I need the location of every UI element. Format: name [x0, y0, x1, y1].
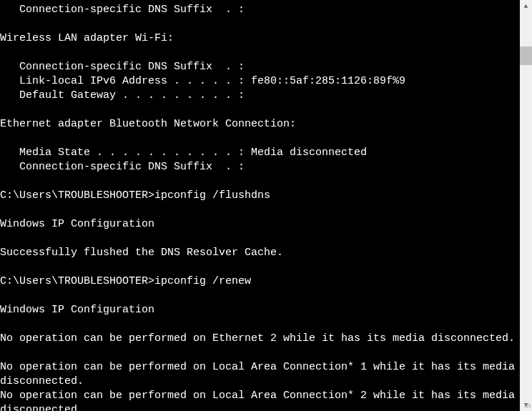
terminal-line	[0, 232, 518, 246]
terminal-line: Windows IP Configuration	[0, 217, 518, 232]
terminal-line	[0, 289, 518, 303]
terminal-line: No operation can be performed on Etherne…	[0, 332, 518, 346]
scrollbar-track[interactable]: ▲ ▼	[520, 0, 532, 411]
terminal-line: Default Gateway . . . . . . . . . :	[0, 89, 518, 103]
terminal-line: Connection-specific DNS Suffix . :	[0, 160, 518, 174]
terminal-line: Successfully flushed the DNS Resolver Ca…	[0, 246, 518, 260]
terminal-line	[0, 132, 518, 146]
terminal-line	[0, 46, 518, 60]
terminal-line: Ethernet adapter Bluetooth Network Conne…	[0, 117, 518, 132]
terminal-line	[0, 317, 518, 332]
terminal-line	[0, 103, 518, 117]
terminal-line: Windows IP Configuration	[0, 303, 518, 317]
corner-mark: m	[525, 402, 531, 410]
terminal-line: No operation can be performed on Local A…	[0, 360, 518, 389]
terminal-output[interactable]: Connection-specific DNS Suffix . : Wirel…	[0, 0, 518, 411]
scroll-thumb[interactable]	[520, 46, 532, 65]
terminal-line	[0, 260, 518, 274]
terminal-line	[0, 346, 518, 360]
terminal-line: Connection-specific DNS Suffix . :	[0, 3, 518, 17]
scroll-up-button[interactable]: ▲	[520, 0, 532, 12]
terminal-line: Link-local IPv6 Address . . . . . : fe80…	[0, 74, 518, 89]
terminal-line	[0, 174, 518, 189]
terminal-line	[0, 203, 518, 217]
terminal-line	[0, 17, 518, 31]
terminal-line: Connection-specific DNS Suffix . :	[0, 60, 518, 74]
terminal-line: Wireless LAN adapter Wi-Fi:	[0, 31, 518, 46]
terminal-line: Media State . . . . . . . . . . . : Medi…	[0, 146, 518, 160]
terminal-line: No operation can be performed on Local A…	[0, 389, 518, 411]
terminal-line: C:\Users\TROUBLESHOOTER>ipconfig /renew	[0, 274, 518, 289]
terminal-line: C:\Users\TROUBLESHOOTER>ipconfig /flushd…	[0, 189, 518, 203]
